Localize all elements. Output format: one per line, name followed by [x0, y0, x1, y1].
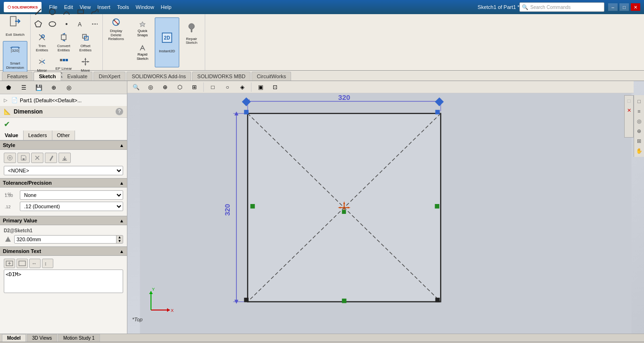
panel-icon-save[interactable]: 💾 [32, 82, 45, 93]
style-save-button[interactable] [17, 153, 30, 163]
centerline-tool-button[interactable] [88, 18, 101, 30]
tab-solidworks-addins[interactable]: SOLIDWORKS Add-Ins [126, 72, 191, 81]
canvas-target-icon[interactable]: ◎ [144, 82, 157, 93]
tolerance-section-header[interactable]: Tolerance/Precision ▲ [0, 178, 127, 188]
dim-text-icon-box[interactable] [17, 259, 28, 268]
canvas-box-icon[interactable]: □ [206, 82, 219, 93]
tab-evaluate[interactable]: Evaluate [62, 72, 93, 81]
rp-box-icon[interactable]: □ [635, 97, 644, 106]
panel-icon-add[interactable]: ⊕ [47, 82, 60, 93]
panel-icon-pie[interactable]: ◎ [62, 82, 75, 93]
canvas-display1-icon[interactable]: ▣ [254, 82, 267, 93]
dim-text-icon-arrow-up[interactable]: ↕ [42, 259, 53, 268]
dimension-checkmark[interactable]: ✔ [0, 118, 127, 131]
ellipse-tool-button[interactable] [46, 18, 59, 30]
tab-circuitworks[interactable]: CircuitWorks [251, 72, 291, 81]
svg-rect-35 [23, 158, 25, 160]
help-icon[interactable]: ? [116, 108, 123, 115]
tolerance-dropdown[interactable]: NoneBasicBilateralLimitSymmetric [20, 190, 123, 200]
exit-sketch-icon [8, 15, 22, 31]
exit-sketch-button[interactable]: Exit Sketch [3, 12, 27, 39]
smart-dimension-button[interactable]: 320 Smart Dimension [3, 41, 27, 72]
style-load-button[interactable] [59, 153, 71, 163]
precision-dropdown[interactable]: .1.12.123.1234.12 (Document) [20, 202, 123, 211]
tr-normal-icon[interactable]: □ [625, 97, 633, 105]
style-apply-button[interactable] [45, 153, 57, 163]
arc-tool-button[interactable] [60, 6, 73, 17]
panel-icon-shape[interactable]: ⬟ [2, 82, 15, 93]
dim-text-textarea[interactable]: <DIM> [4, 270, 123, 293]
point-tool-button[interactable] [60, 18, 73, 30]
view-tab-3d[interactable]: 3D Views [27, 334, 57, 342]
separator2 [251, 82, 251, 92]
canvas-cube-icon[interactable]: ⬡ [173, 82, 186, 93]
style-delete-button[interactable] [31, 153, 43, 163]
svg-marker-9 [35, 21, 42, 27]
menu-window[interactable]: Window [133, 3, 157, 11]
close-button[interactable]: ✕ [631, 3, 640, 11]
rp-layers-icon[interactable]: ≡ [635, 107, 644, 115]
style-add-button[interactable] [4, 153, 16, 163]
dim-text-icon-plus-box[interactable] [4, 259, 15, 268]
move-icon [81, 57, 90, 68]
minimize-button[interactable]: – [608, 3, 618, 11]
quick-snaps-button[interactable]: Quick Snaps [132, 17, 153, 40]
dim-tab-value[interactable]: Value [0, 131, 24, 140]
search-bar[interactable]: 🔍 Search Commands [519, 2, 604, 12]
circle-tool-button[interactable] [46, 6, 59, 17]
canvas-crosshair-icon[interactable]: ⊕ [159, 82, 172, 93]
style-dropdown[interactable]: <NONE>DefaultCustom [4, 166, 123, 175]
svg-text:.12: .12 [5, 204, 11, 209]
repair-sketch-button[interactable]: Repair Sketch [181, 17, 202, 67]
dim-text-section-header[interactable]: Dimension Text ▲ [0, 246, 127, 256]
view-tab-motion[interactable]: Motion Study 1 [58, 334, 100, 342]
tr-x-icon[interactable]: ✕ [625, 106, 633, 114]
style-section-header[interactable]: Style ▲ [0, 140, 127, 150]
rp-grid-icon[interactable]: ⊞ [635, 137, 644, 145]
rp-zoom-icon[interactable]: ⊕ [635, 127, 644, 135]
tab-features[interactable]: Features [2, 72, 33, 81]
svg-text:X: X [171, 308, 174, 313]
menu-tools[interactable]: Tools [114, 3, 132, 11]
svg-rect-65 [435, 204, 440, 209]
rp-target-icon[interactable]: ◎ [635, 117, 644, 125]
instant2d-icon: 2D [160, 31, 174, 47]
offset-entities-button[interactable]: Offset Entities [75, 32, 96, 54]
canvas-area[interactable]: 🔍 ◎ ⊕ ⬡ ⊞ □ ○ ◈ ▣ ⊡ [127, 81, 644, 334]
tab-dimxpert[interactable]: DimXpert [93, 72, 125, 81]
tab-solidworks-mbd[interactable]: SOLIDWORKS MBD [192, 72, 251, 81]
canvas-sphere-icon[interactable]: ○ [221, 82, 234, 93]
display-delete-relations-button[interactable]: Display Delete Relations [106, 17, 126, 42]
primary-value-section-header[interactable]: Primary Value ▲ [0, 216, 127, 225]
menu-help[interactable]: Help [158, 3, 175, 11]
rapid-sketch-button[interactable]: Rapid Sketch [132, 41, 153, 64]
dim-text-collapse-icon: ▲ [119, 249, 124, 254]
svg-marker-24 [87, 61, 89, 63]
dim-text-icon-arrow-left[interactable]: ↔ [29, 259, 41, 268]
rp-pan-icon[interactable]: ✋ [635, 147, 644, 155]
repair-label: Repair Sketch [183, 37, 201, 46]
canvas-grid-icon[interactable]: ⊞ [188, 82, 201, 93]
dim-tab-leaders[interactable]: Leaders [24, 131, 52, 140]
view-tab-model[interactable]: Model [2, 334, 26, 342]
canvas-material-icon[interactable]: ◈ [235, 82, 249, 93]
spline-tool-button[interactable] [88, 6, 101, 17]
line-tool-button[interactable] [32, 6, 45, 17]
text-tool-button[interactable]: A [74, 18, 87, 30]
tab-sketch[interactable]: Sketch [33, 72, 61, 81]
canvas-search-icon[interactable]: 🔍 [129, 82, 142, 93]
primary-value-input[interactable]: 320.00mm [15, 236, 116, 243]
maximize-button[interactable]: □ [619, 3, 629, 11]
convert-entities-button[interactable]: Convert Entities [53, 32, 74, 54]
dim-tab-other[interactable]: Other [52, 131, 75, 140]
rectangle-tool-button[interactable] [74, 6, 87, 17]
trim-entities-button[interactable]: Trim Entities [32, 32, 52, 54]
tree-item-part1[interactable]: ▷ 📄 Part1 (Default<<Default>... [2, 96, 125, 104]
pv-down-button[interactable]: ▼ [117, 239, 123, 243]
canvas-display2-icon[interactable]: ⊡ [268, 82, 282, 93]
feature-tree: ▷ 📄 Part1 (Default<<Default>... [0, 94, 127, 106]
panel-icon-list[interactable]: ☰ [17, 82, 30, 93]
polygon-tool-button[interactable] [32, 18, 45, 30]
svg-point-27 [113, 19, 115, 21]
instant2d-button[interactable]: 2D Instant2D [155, 17, 179, 67]
